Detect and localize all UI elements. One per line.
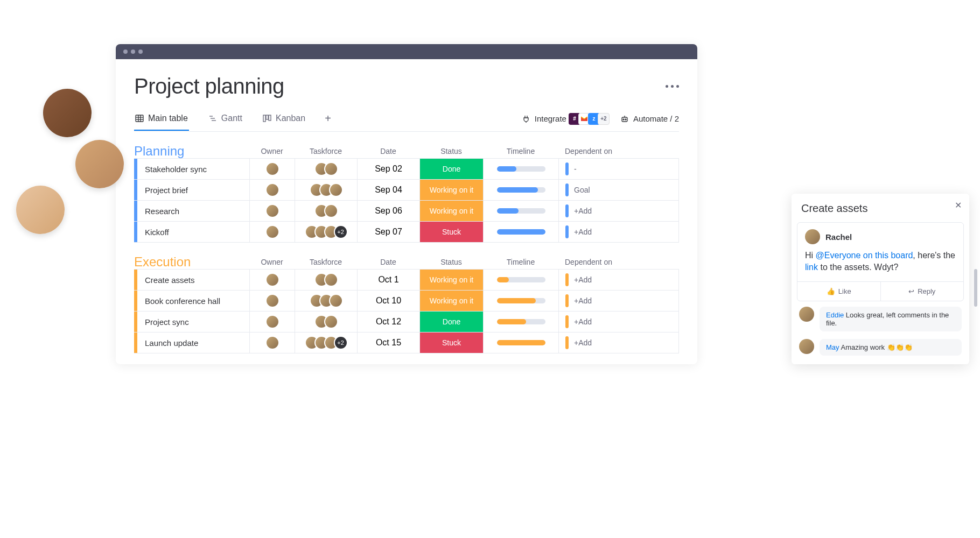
traffic-light-icon[interactable] — [123, 49, 128, 54]
status-cell[interactable]: Stuck — [419, 332, 483, 353]
reply-button[interactable]: ↩ Reply — [881, 282, 964, 301]
add-view-button[interactable]: + — [325, 112, 331, 131]
column-header-taskforce[interactable]: Taskforce — [295, 258, 357, 270]
avatar-stack[interactable] — [310, 183, 343, 197]
column-header-timeline[interactable]: Timeline — [483, 147, 558, 159]
tab-gantt[interactable]: Gantt — [207, 114, 243, 131]
column-header-date[interactable]: Date — [357, 258, 419, 270]
taskforce-cell[interactable] — [295, 270, 357, 290]
table-row[interactable]: Create assetsOct 1Working on it+Add — [134, 269, 679, 291]
table-row[interactable]: Book conference hallOct 10Working on it+… — [134, 290, 679, 312]
dependent-cell[interactable]: +Add — [558, 222, 678, 242]
status-cell[interactable]: Done — [419, 312, 483, 332]
dependent-cell[interactable]: +Add — [558, 270, 678, 290]
task-name[interactable]: Project brief — [137, 186, 249, 195]
status-cell[interactable]: Working on it — [419, 201, 483, 221]
avatar-stack[interactable] — [314, 162, 338, 176]
status-cell[interactable]: Working on it — [419, 180, 483, 200]
traffic-light-icon[interactable] — [138, 49, 143, 54]
integrate-button[interactable]: Integrate # z +2 — [522, 113, 610, 125]
timeline-cell[interactable] — [483, 180, 558, 200]
traffic-light-icon[interactable] — [131, 49, 135, 54]
column-header-date[interactable]: Date — [357, 147, 419, 159]
like-button[interactable]: 👍 Like — [797, 282, 881, 301]
date-cell[interactable]: Oct 12 — [357, 312, 419, 332]
timeline-cell[interactable] — [483, 201, 558, 221]
timeline-cell[interactable] — [483, 312, 558, 332]
reply-author[interactable]: May — [826, 343, 839, 351]
tab-main-table[interactable]: Main table — [134, 114, 189, 131]
task-name[interactable]: Research — [137, 207, 249, 216]
task-name[interactable]: Book conference hall — [137, 296, 249, 306]
taskforce-cell[interactable] — [295, 180, 357, 200]
taskforce-cell[interactable]: +2 — [295, 222, 357, 242]
automate-button[interactable]: Automate / 2 — [620, 114, 679, 123]
dependent-cell[interactable]: - — [558, 159, 678, 179]
owner-cell[interactable] — [249, 222, 295, 242]
avatar-stack[interactable] — [314, 315, 338, 329]
dependent-cell[interactable]: +Add — [558, 201, 678, 221]
column-header-status[interactable]: Status — [419, 258, 483, 270]
table-row[interactable]: Stakeholder syncSep 02Done- — [134, 158, 679, 180]
avatar-stack[interactable] — [314, 204, 338, 218]
taskforce-cell[interactable]: +2 — [295, 332, 357, 353]
date-cell[interactable]: Sep 02 — [357, 159, 419, 179]
owner-cell[interactable] — [249, 270, 295, 290]
link[interactable]: link — [805, 263, 818, 272]
column-header-taskforce[interactable]: Taskforce — [295, 147, 357, 159]
timeline-cell[interactable] — [483, 291, 558, 311]
owner-cell[interactable] — [249, 312, 295, 332]
column-header-dependent[interactable]: Dependent on — [558, 258, 679, 270]
dependent-cell[interactable]: +Add — [558, 332, 678, 353]
timeline-cell[interactable] — [483, 270, 558, 290]
column-header-owner[interactable]: Owner — [249, 147, 295, 159]
status-cell[interactable]: Done — [419, 159, 483, 179]
date-cell[interactable]: Oct 10 — [357, 291, 419, 311]
avatar-stack[interactable]: +2 — [305, 336, 348, 350]
date-cell[interactable]: Sep 04 — [357, 180, 419, 200]
column-header-dependent[interactable]: Dependent on — [558, 147, 679, 159]
group-title[interactable]: Execution — [134, 254, 249, 270]
reply-bubble[interactable]: Eddie Looks great, left comments in the … — [820, 307, 962, 331]
task-name[interactable]: Create assets — [137, 275, 249, 285]
mention[interactable]: @Everyone on this board — [816, 251, 913, 260]
tab-kanban[interactable]: Kanban — [262, 114, 306, 131]
column-header-status[interactable]: Status — [419, 147, 483, 159]
timeline-cell[interactable] — [483, 159, 558, 179]
avatar-stack[interactable]: +2 — [305, 225, 348, 239]
group-title[interactable]: Planning — [134, 144, 249, 159]
timeline-cell[interactable] — [483, 222, 558, 242]
date-cell[interactable]: Sep 07 — [357, 222, 419, 242]
status-cell[interactable]: Working on it — [419, 270, 483, 290]
avatar-stack[interactable] — [314, 273, 338, 287]
more-menu-button[interactable] — [666, 85, 679, 88]
close-button[interactable]: ✕ — [955, 200, 962, 210]
table-row[interactable]: Kickoff+2Sep 07Stuck+Add — [134, 221, 679, 243]
dependent-cell[interactable]: +Add — [558, 291, 678, 311]
reply-bubble[interactable]: May Amazing work 👏👏👏 — [820, 339, 962, 356]
status-cell[interactable]: Stuck — [419, 222, 483, 242]
taskforce-cell[interactable] — [295, 201, 357, 221]
task-name[interactable]: Project sync — [137, 317, 249, 327]
task-name[interactable]: Stakeholder sync — [137, 165, 249, 174]
table-row[interactable]: Project syncOct 12Done+Add — [134, 311, 679, 332]
date-cell[interactable]: Sep 06 — [357, 201, 419, 221]
date-cell[interactable]: Oct 1 — [357, 270, 419, 290]
taskforce-cell[interactable] — [295, 291, 357, 311]
reply-author[interactable]: Eddie — [826, 311, 844, 319]
dependent-cell[interactable]: Goal — [558, 180, 678, 200]
task-name[interactable]: Kickoff — [137, 228, 249, 237]
status-cell[interactable]: Working on it — [419, 291, 483, 311]
column-header-owner[interactable]: Owner — [249, 258, 295, 270]
scrollbar[interactable] — [974, 269, 977, 307]
table-row[interactable]: ResearchSep 06Working on it+Add — [134, 200, 679, 222]
owner-cell[interactable] — [249, 332, 295, 353]
avatar-stack[interactable] — [310, 294, 343, 308]
column-header-timeline[interactable]: Timeline — [483, 258, 558, 270]
owner-cell[interactable] — [249, 291, 295, 311]
date-cell[interactable]: Oct 15 — [357, 332, 419, 353]
owner-cell[interactable] — [249, 180, 295, 200]
taskforce-cell[interactable] — [295, 159, 357, 179]
timeline-cell[interactable] — [483, 332, 558, 353]
table-row[interactable]: Launch update+2Oct 15Stuck+Add — [134, 332, 679, 353]
